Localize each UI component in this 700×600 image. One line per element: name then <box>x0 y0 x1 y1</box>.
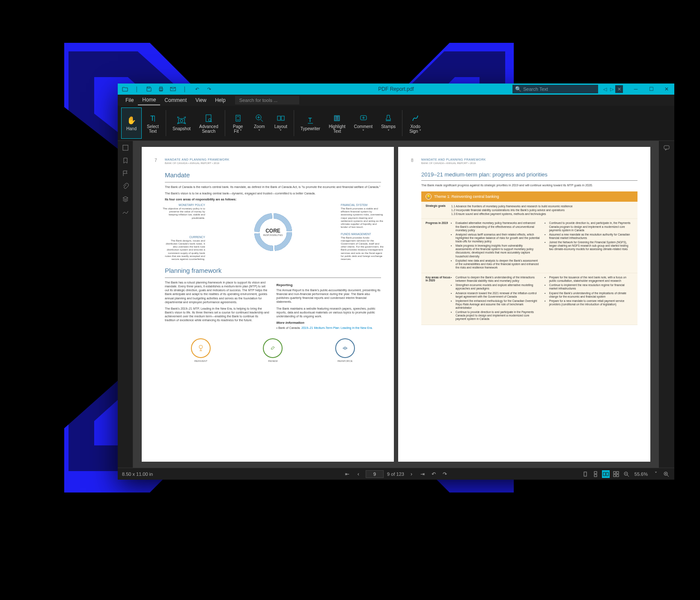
search-placeholder: Search Text <box>523 87 548 92</box>
tool-search-input[interactable]: Search for tools ... <box>235 96 299 104</box>
lightbulb-icon: 💡 <box>426 194 432 200</box>
page-fit-tool[interactable]: Page Fit ˅ <box>228 107 248 139</box>
left-sidebar <box>118 141 133 468</box>
nav-back-icon[interactable]: ↶ <box>430 470 438 478</box>
bookmark-icon[interactable] <box>121 156 130 165</box>
svg-rect-38 <box>594 475 597 477</box>
document-title: PDF Report.pdf <box>378 86 414 92</box>
heading-planning: Planning framework <box>165 267 381 274</box>
next-page-icon[interactable]: › <box>408 470 415 478</box>
svg-rect-40 <box>606 472 608 476</box>
typewriter-tool[interactable]: T Typewriter <box>297 107 324 139</box>
titlebar-divider-2: │ <box>182 86 188 92</box>
xodo-sign-tool[interactable]: Xodo Sign ˅ <box>405 107 426 139</box>
svg-rect-35 <box>664 146 669 149</box>
search-close-icon[interactable]: ✕ <box>615 85 623 93</box>
search-icon: 🔍 <box>515 86 521 92</box>
core-center-sub: RESPONSIBILITIES <box>263 234 283 236</box>
last-page-icon[interactable]: ⇥ <box>419 470 426 478</box>
tool-search-placeholder: Search for tools ... <box>239 98 277 103</box>
menu-view[interactable]: View <box>191 96 211 105</box>
theme-bar: 💡 Theme 1: Reinventing central banking <box>421 191 637 202</box>
svg-rect-37 <box>594 472 597 474</box>
layers-icon[interactable] <box>121 195 130 203</box>
typewriter-icon: T <box>305 115 316 125</box>
svg-rect-43 <box>614 475 616 477</box>
menu-file[interactable]: File <box>121 96 138 105</box>
layout-tool[interactable]: Layout˅ <box>271 107 291 139</box>
svg-rect-25 <box>123 145 128 150</box>
titlebar: │ │ ↶ ↷ PDF Report.pdf 🔍 Search Text ◁ ▷… <box>118 84 674 95</box>
menu-comment[interactable]: Comment <box>160 96 191 105</box>
statusbar: 8.50 x 11.00 in ⇤ ‹ 9 of 123 › ⇥ ↶ ↷ 55.… <box>118 468 674 480</box>
main-area: 7 MANDATE AND PLANNING FRAMEWORK BANK OF… <box>118 141 674 468</box>
text-cursor-icon: T <box>148 113 158 123</box>
zoom-tool[interactable]: Zoom˅ <box>249 107 270 139</box>
nav-forward-icon[interactable]: ↷ <box>441 470 449 478</box>
heading-plan: 2019–21 medium-term plan: progress and p… <box>421 171 637 178</box>
mandate-para-1: The Bank of Canada is the nation's centr… <box>165 185 381 189</box>
document-viewport[interactable]: 7 MANDATE AND PLANNING FRAMEWORK BANK OF… <box>133 141 659 468</box>
comments-panel-icon[interactable] <box>662 143 671 152</box>
running-header: MANDATE AND PLANNING FRAMEWORK <box>165 158 381 161</box>
search-text-input[interactable]: 🔍 Search Text <box>512 85 598 93</box>
svg-line-47 <box>627 475 629 477</box>
undo-icon[interactable]: ↶ <box>194 86 200 92</box>
maximize-button[interactable]: ☐ <box>643 84 659 95</box>
facing-view-icon[interactable] <box>602 470 610 478</box>
menu-home[interactable]: Home <box>138 95 160 105</box>
close-button[interactable]: ✕ <box>659 84 674 95</box>
print-icon[interactable] <box>158 86 164 92</box>
running-header: MANDATE AND PLANNING FRAMEWORK <box>421 158 637 161</box>
comment-plus-icon <box>358 113 369 123</box>
svg-rect-1 <box>160 87 162 88</box>
page-right: 8 MANDATE AND PLANNING FRAMEWORK BANK OF… <box>398 147 650 462</box>
search-next-icon[interactable]: ▷ <box>610 87 614 92</box>
facing-continuous-icon[interactable] <box>612 470 620 478</box>
open-icon[interactable] <box>122 86 128 92</box>
stamps-tool[interactable]: Stamps˅ <box>377 107 399 139</box>
svg-rect-42 <box>617 472 619 474</box>
zoom-out-icon[interactable] <box>623 470 630 478</box>
layout-icon <box>276 113 286 123</box>
svg-point-7 <box>180 119 183 122</box>
highlight-tool[interactable]: T Highlight Text <box>325 107 349 139</box>
core-center: CORE <box>263 228 283 234</box>
comment-tool[interactable]: Comment˅ <box>350 107 376 139</box>
save-icon[interactable] <box>146 86 152 92</box>
single-page-view-icon[interactable] <box>581 470 589 478</box>
select-text-tool[interactable]: T Select Text <box>143 107 163 139</box>
zoom-dropdown-icon[interactable]: ˅ <box>652 470 660 478</box>
hand-tool[interactable]: ✋ Hand <box>121 107 142 139</box>
prev-page-icon[interactable]: ‹ <box>354 470 362 478</box>
flag-icon[interactable] <box>121 169 130 178</box>
minimize-button[interactable]: ─ <box>628 84 643 95</box>
page-counter: 9 of 123 <box>387 472 404 477</box>
svg-rect-17 <box>281 116 284 120</box>
attachment-icon[interactable] <box>121 182 130 191</box>
mandate-bold: Its four core areas of responsibility ar… <box>165 198 381 201</box>
svg-line-51 <box>667 475 669 477</box>
zoom-level[interactable]: 55.6% <box>633 472 649 477</box>
heading-mandate: Mandate <box>165 171 381 179</box>
signature-panel-icon[interactable] <box>121 208 130 216</box>
hand-icon: ✋ <box>126 115 137 125</box>
page-number: 7 <box>155 158 157 163</box>
snapshot-tool[interactable]: Snapshot <box>169 107 194 139</box>
svg-line-15 <box>261 119 263 122</box>
redo-icon[interactable]: ↷ <box>206 86 212 92</box>
titlebar-divider: │ <box>134 86 140 92</box>
page-number-input[interactable] <box>366 470 384 478</box>
search-prev-icon[interactable]: ◁ <box>603 87 607 92</box>
continuous-view-icon[interactable] <box>592 470 599 478</box>
advanced-search-tool[interactable]: Advanced Search <box>195 107 222 139</box>
zoom-in-icon[interactable] <box>662 470 670 478</box>
svg-text:T: T <box>308 116 312 123</box>
first-page-icon[interactable]: ⇤ <box>343 470 351 478</box>
right-sidebar <box>659 141 674 468</box>
menu-help[interactable]: Help <box>211 96 230 105</box>
goals-table: Strategic goals 1.1 Advance the frontier… <box>421 202 637 325</box>
email-icon[interactable] <box>170 86 176 92</box>
thumbnails-icon[interactable] <box>121 143 130 152</box>
app-window: │ │ ↶ ↷ PDF Report.pdf 🔍 Search Text ◁ ▷… <box>118 84 674 480</box>
